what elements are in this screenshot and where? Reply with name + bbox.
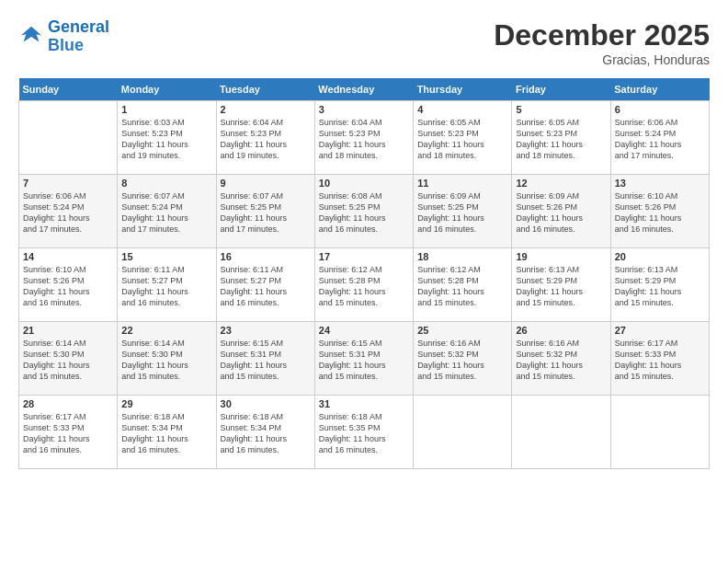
day-info: Sunrise: 6:03 AM Sunset: 5:23 PM Dayligh… [121, 117, 211, 162]
calendar-week-row: 1Sunrise: 6:03 AM Sunset: 5:23 PM Daylig… [19, 101, 710, 175]
calendar-cell: 21Sunrise: 6:14 AM Sunset: 5:30 PM Dayli… [19, 322, 118, 396]
calendar-header-row: SundayMondayTuesdayWednesdayThursdayFrid… [19, 78, 710, 101]
calendar-cell: 14Sunrise: 6:10 AM Sunset: 5:26 PM Dayli… [19, 248, 118, 322]
day-info: Sunrise: 6:04 AM Sunset: 5:23 PM Dayligh… [319, 117, 409, 162]
calendar-cell: 19Sunrise: 6:13 AM Sunset: 5:29 PM Dayli… [512, 248, 610, 322]
calendar-cell: 22Sunrise: 6:14 AM Sunset: 5:30 PM Dayli… [118, 322, 216, 396]
calendar-cell: 2Sunrise: 6:04 AM Sunset: 5:23 PM Daylig… [216, 101, 314, 175]
day-number: 26 [516, 325, 606, 336]
day-number: 13 [615, 178, 705, 189]
day-info: Sunrise: 6:13 AM Sunset: 5:29 PM Dayligh… [615, 264, 705, 309]
title-area: December 2025 Gracias, Honduras [494, 18, 710, 67]
day-info: Sunrise: 6:18 AM Sunset: 5:34 PM Dayligh… [221, 411, 311, 456]
col-header-monday: Monday [118, 78, 216, 101]
month-title: December 2025 [494, 18, 710, 52]
calendar-cell: 27Sunrise: 6:17 AM Sunset: 5:33 PM Dayli… [610, 322, 709, 396]
day-number: 30 [221, 398, 311, 409]
day-info: Sunrise: 6:15 AM Sunset: 5:31 PM Dayligh… [221, 338, 311, 383]
day-number: 9 [221, 178, 311, 189]
col-header-thursday: Thursday [414, 78, 512, 101]
col-header-saturday: Saturday [610, 78, 709, 101]
calendar-table: SundayMondayTuesdayWednesdayThursdayFrid… [18, 78, 710, 469]
day-info: Sunrise: 6:17 AM Sunset: 5:33 PM Dayligh… [615, 338, 705, 383]
calendar-cell: 26Sunrise: 6:16 AM Sunset: 5:32 PM Dayli… [512, 322, 610, 396]
calendar-cell: 10Sunrise: 6:08 AM Sunset: 5:25 PM Dayli… [314, 175, 413, 248]
day-number: 17 [319, 251, 409, 262]
day-info: Sunrise: 6:14 AM Sunset: 5:30 PM Dayligh… [121, 338, 211, 383]
day-number: 6 [615, 104, 705, 115]
logo-line2: Blue [48, 36, 84, 54]
day-number: 8 [121, 178, 211, 189]
logo-text: General Blue [48, 18, 109, 55]
calendar-cell: 16Sunrise: 6:11 AM Sunset: 5:27 PM Dayli… [216, 248, 314, 322]
calendar-week-row: 14Sunrise: 6:10 AM Sunset: 5:26 PM Dayli… [19, 248, 710, 322]
calendar-cell [19, 101, 118, 175]
calendar-cell: 31Sunrise: 6:18 AM Sunset: 5:35 PM Dayli… [314, 396, 413, 469]
col-header-friday: Friday [512, 78, 610, 101]
col-header-tuesday: Tuesday [216, 78, 314, 101]
calendar-week-row: 28Sunrise: 6:17 AM Sunset: 5:33 PM Dayli… [19, 396, 710, 469]
day-number: 27 [615, 325, 705, 336]
day-info: Sunrise: 6:04 AM Sunset: 5:23 PM Dayligh… [221, 117, 311, 162]
location-subtitle: Gracias, Honduras [494, 52, 710, 67]
calendar-cell: 29Sunrise: 6:18 AM Sunset: 5:34 PM Dayli… [118, 396, 216, 469]
day-number: 7 [23, 178, 113, 189]
calendar-cell: 24Sunrise: 6:15 AM Sunset: 5:31 PM Dayli… [314, 322, 413, 396]
calendar-cell: 28Sunrise: 6:17 AM Sunset: 5:33 PM Dayli… [19, 396, 118, 469]
day-number: 18 [417, 251, 507, 262]
svg-marker-0 [21, 27, 41, 42]
calendar-week-row: 7Sunrise: 6:06 AM Sunset: 5:24 PM Daylig… [19, 175, 710, 248]
day-info: Sunrise: 6:17 AM Sunset: 5:33 PM Dayligh… [23, 411, 113, 456]
day-info: Sunrise: 6:14 AM Sunset: 5:30 PM Dayligh… [23, 338, 113, 383]
logo-line1: General [48, 17, 109, 36]
day-info: Sunrise: 6:12 AM Sunset: 5:28 PM Dayligh… [319, 264, 409, 309]
logo-icon [18, 24, 44, 50]
calendar-cell: 17Sunrise: 6:12 AM Sunset: 5:28 PM Dayli… [314, 248, 413, 322]
day-info: Sunrise: 6:16 AM Sunset: 5:32 PM Dayligh… [516, 338, 606, 383]
calendar-cell: 11Sunrise: 6:09 AM Sunset: 5:25 PM Dayli… [414, 175, 512, 248]
day-info: Sunrise: 6:07 AM Sunset: 5:24 PM Dayligh… [121, 190, 211, 236]
calendar-cell: 3Sunrise: 6:04 AM Sunset: 5:23 PM Daylig… [314, 101, 413, 175]
calendar-cell: 12Sunrise: 6:09 AM Sunset: 5:26 PM Dayli… [512, 175, 610, 248]
calendar-cell: 30Sunrise: 6:18 AM Sunset: 5:34 PM Dayli… [216, 396, 314, 469]
col-header-sunday: Sunday [19, 78, 118, 101]
day-info: Sunrise: 6:06 AM Sunset: 5:24 PM Dayligh… [615, 117, 705, 162]
day-number: 15 [121, 251, 211, 262]
day-number: 14 [23, 251, 113, 262]
day-info: Sunrise: 6:07 AM Sunset: 5:25 PM Dayligh… [221, 190, 311, 236]
day-number: 31 [319, 398, 409, 409]
calendar-cell: 9Sunrise: 6:07 AM Sunset: 5:25 PM Daylig… [216, 175, 314, 248]
calendar-cell: 25Sunrise: 6:16 AM Sunset: 5:32 PM Dayli… [414, 322, 512, 396]
day-info: Sunrise: 6:05 AM Sunset: 5:23 PM Dayligh… [516, 117, 606, 162]
logo: General Blue [18, 18, 109, 55]
day-info: Sunrise: 6:06 AM Sunset: 5:24 PM Dayligh… [23, 190, 113, 236]
day-info: Sunrise: 6:15 AM Sunset: 5:31 PM Dayligh… [319, 338, 409, 383]
day-info: Sunrise: 6:13 AM Sunset: 5:29 PM Dayligh… [516, 264, 606, 309]
day-number: 19 [516, 251, 606, 262]
day-number: 16 [221, 251, 311, 262]
day-info: Sunrise: 6:16 AM Sunset: 5:32 PM Dayligh… [417, 338, 507, 383]
calendar-cell: 5Sunrise: 6:05 AM Sunset: 5:23 PM Daylig… [512, 101, 610, 175]
day-number: 29 [121, 398, 211, 409]
day-info: Sunrise: 6:18 AM Sunset: 5:35 PM Dayligh… [319, 411, 409, 456]
day-info: Sunrise: 6:10 AM Sunset: 5:26 PM Dayligh… [23, 264, 113, 309]
calendar-cell: 15Sunrise: 6:11 AM Sunset: 5:27 PM Dayli… [118, 248, 216, 322]
calendar-cell: 6Sunrise: 6:06 AM Sunset: 5:24 PM Daylig… [610, 101, 709, 175]
day-number: 5 [516, 104, 606, 115]
day-number: 2 [221, 104, 311, 115]
calendar-cell [512, 396, 610, 469]
day-number: 11 [417, 178, 507, 189]
calendar-week-row: 21Sunrise: 6:14 AM Sunset: 5:30 PM Dayli… [19, 322, 710, 396]
day-info: Sunrise: 6:09 AM Sunset: 5:26 PM Dayligh… [516, 190, 606, 236]
calendar-cell: 7Sunrise: 6:06 AM Sunset: 5:24 PM Daylig… [19, 175, 118, 248]
day-number: 24 [319, 325, 409, 336]
calendar-cell: 4Sunrise: 6:05 AM Sunset: 5:23 PM Daylig… [414, 101, 512, 175]
calendar-cell [610, 396, 709, 469]
day-number: 10 [319, 178, 409, 189]
day-number: 22 [121, 325, 211, 336]
day-number: 3 [319, 104, 409, 115]
day-info: Sunrise: 6:05 AM Sunset: 5:23 PM Dayligh… [417, 117, 507, 162]
day-info: Sunrise: 6:11 AM Sunset: 5:27 PM Dayligh… [221, 264, 311, 309]
calendar-cell: 23Sunrise: 6:15 AM Sunset: 5:31 PM Dayli… [216, 322, 314, 396]
col-header-wednesday: Wednesday [314, 78, 413, 101]
